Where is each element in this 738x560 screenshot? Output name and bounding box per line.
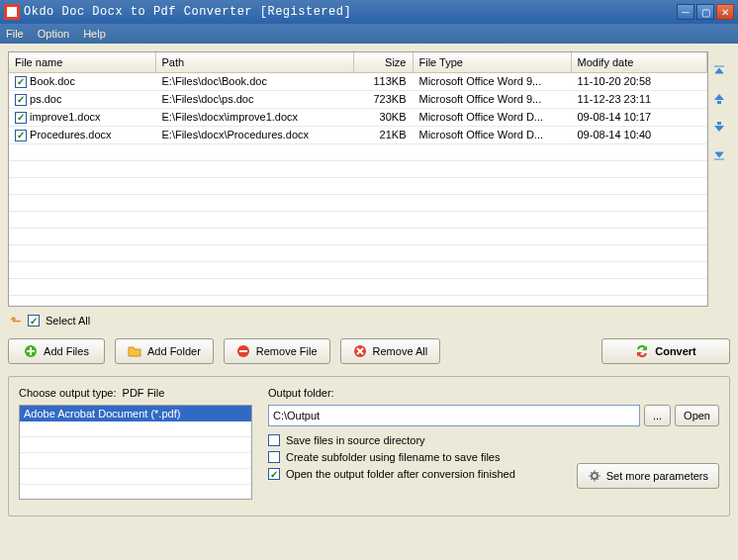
app-icon	[4, 4, 20, 20]
output-folder-input[interactable]	[268, 405, 640, 426]
open-folder-button[interactable]: Open	[675, 405, 719, 426]
move-down-button[interactable]	[711, 119, 727, 135]
table-row[interactable]	[9, 244, 707, 261]
save-source-checkbox[interactable]	[268, 434, 280, 446]
menu-help[interactable]: Help	[83, 28, 106, 40]
window-title: Okdo Doc Docx to Pdf Converter [Register…	[24, 5, 675, 19]
svg-rect-1	[7, 7, 17, 17]
output-panel: Choose output type: PDF File Adobe Acrob…	[8, 376, 730, 516]
output-type-list[interactable]: Adobe Acrobat Document (*.pdf)	[19, 405, 252, 500]
open-after-label: Open the output folder after conversion …	[286, 468, 515, 480]
convert-button[interactable]: Convert	[601, 338, 730, 364]
maximize-button[interactable]: ▢	[696, 4, 714, 20]
col-type[interactable]: File Type	[413, 52, 571, 72]
table-row[interactable]	[9, 194, 707, 211]
select-all-label: Select All	[46, 315, 90, 327]
remove-all-button[interactable]: Remove All	[340, 338, 441, 364]
row-checkbox[interactable]	[15, 94, 27, 106]
close-button[interactable]: ✕	[716, 4, 734, 20]
row-checkbox[interactable]	[15, 76, 27, 88]
titlebar: Okdo Doc Docx to Pdf Converter [Register…	[0, 0, 738, 24]
minus-icon	[236, 344, 250, 358]
table-row[interactable]	[9, 211, 707, 228]
output-folder-label: Output folder:	[268, 387, 719, 399]
svg-point-5	[592, 473, 598, 479]
select-all-checkbox[interactable]	[28, 315, 40, 327]
table-row[interactable]	[9, 295, 707, 307]
move-bottom-button[interactable]	[711, 146, 727, 162]
table-row[interactable]: Procedures.docxE:\Files\docx\Procedures.…	[9, 126, 707, 143]
save-source-label: Save files in source directory	[286, 434, 425, 446]
move-top-button[interactable]	[711, 63, 727, 79]
type-value: PDF File	[123, 387, 165, 399]
browse-button[interactable]: ...	[644, 405, 671, 426]
table-row[interactable]	[9, 143, 707, 160]
choose-type-label: Choose output type:	[19, 387, 116, 399]
set-more-parameters-button[interactable]: Set more parameters	[577, 463, 719, 489]
convert-icon	[635, 344, 649, 358]
col-filename[interactable]: File name	[9, 52, 155, 72]
move-up-button[interactable]	[711, 91, 727, 107]
menubar: File Option Help	[0, 24, 738, 44]
col-date[interactable]: Modify date	[571, 52, 707, 72]
content: File name Path Size File Type Modify dat…	[0, 44, 738, 560]
type-option[interactable]: Adobe Acrobat Document (*.pdf)	[20, 406, 251, 421]
table-row[interactable]	[9, 228, 707, 244]
col-path[interactable]: Path	[155, 52, 353, 72]
table-row[interactable]: Book.docE:\Files\doc\Book.doc113KBMicros…	[9, 72, 707, 90]
table-row[interactable]	[9, 278, 707, 295]
file-table[interactable]: File name Path Size File Type Modify dat…	[8, 51, 708, 307]
menu-option[interactable]: Option	[38, 28, 69, 40]
create-subfolder-checkbox[interactable]	[268, 451, 280, 463]
table-row[interactable]: ps.docE:\Files\doc\ps.doc723KBMicrosoft …	[9, 90, 707, 108]
table-row[interactable]	[9, 177, 707, 194]
add-files-button[interactable]: Add Files	[8, 338, 105, 364]
menu-file[interactable]: File	[6, 28, 24, 40]
folder-icon	[128, 344, 141, 358]
remove-all-icon	[353, 344, 367, 358]
table-row[interactable]	[9, 160, 707, 177]
up-folder-icon[interactable]: ⬑	[10, 313, 22, 328]
create-subfolder-label: Create subfolder using filename to save …	[286, 451, 500, 463]
gear-icon	[588, 469, 601, 483]
table-row[interactable]	[9, 261, 707, 278]
row-checkbox[interactable]	[15, 130, 27, 141]
remove-file-button[interactable]: Remove File	[224, 338, 330, 364]
minimize-button[interactable]: ─	[677, 4, 694, 20]
table-row[interactable]: improve1.docxE:\Files\docx\improve1.docx…	[9, 108, 707, 126]
add-folder-button[interactable]: Add Folder	[115, 338, 214, 364]
open-after-checkbox[interactable]	[268, 468, 280, 480]
row-checkbox[interactable]	[15, 112, 27, 124]
col-size[interactable]: Size	[353, 52, 413, 72]
plus-icon	[24, 344, 38, 358]
reorder-arrows	[708, 51, 730, 307]
